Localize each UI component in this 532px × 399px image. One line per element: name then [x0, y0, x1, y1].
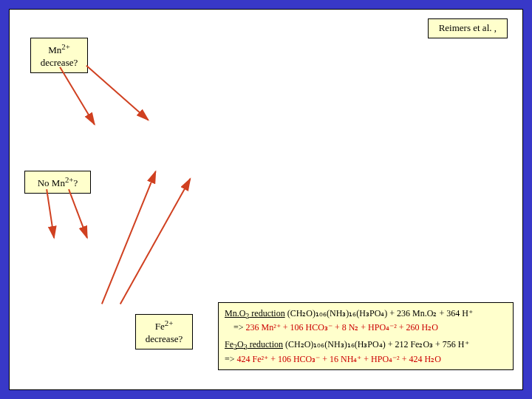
mno2-reaction: Mn.O2 reduction (CH₂O)₁₀₆(NH₃)₁₆(H₃PO₄) …: [225, 307, 507, 334]
fe2o3-reaction: Fe2O3 reduction (CH₂O)₁₀₆(NH₃)₁₆(H₃PO₄) …: [225, 338, 507, 365]
no-mn-box: No Mn2+?: [24, 171, 91, 194]
arrow-long-1: [102, 171, 156, 304]
arrow-nomn-1: [47, 189, 54, 238]
mn-decrease-q: decrease?: [41, 57, 78, 68]
arrow-mn-1: [60, 67, 95, 125]
fe-label: Fe2+: [155, 321, 174, 332]
mn-label: Mn2+: [48, 44, 70, 55]
no-mn-text: No Mn2+?: [38, 177, 78, 188]
citation-text: Reimers et al. ,: [439, 22, 497, 33]
arrow-mn-2: [86, 66, 149, 120]
fe-decrease-q: decrease?: [146, 333, 183, 344]
mn-decrease-box: Mn2+ decrease?: [30, 38, 88, 73]
citation-box: Reimers et al. ,: [428, 18, 508, 38]
reactions-box: Mn.O2 reduction (CH₂O)₁₀₆(NH₃)₁₆(H₃PO₄) …: [218, 302, 514, 370]
arrow-long-2: [120, 179, 191, 304]
fe-decrease-box: Fe2+ decrease?: [135, 314, 193, 349]
diagram-canvas: Reimers et al. , Mn2+ decrease? No Mn2+?…: [9, 9, 523, 390]
arrow-nomn-2: [69, 189, 87, 238]
